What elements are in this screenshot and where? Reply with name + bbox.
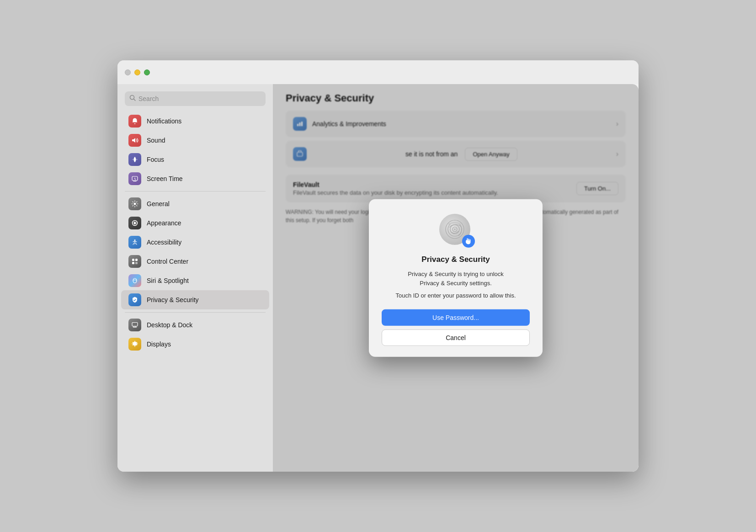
sidebar-item-label: Control Center bbox=[147, 258, 188, 265]
svg-rect-11 bbox=[135, 262, 138, 264]
main-content: Search Notifications bbox=[117, 84, 639, 472]
svg-point-7 bbox=[134, 239, 136, 241]
svg-rect-10 bbox=[132, 262, 134, 264]
sidebar-item-label: Screen Time bbox=[147, 175, 183, 182]
svg-line-1 bbox=[134, 99, 136, 101]
sidebar-item-desktop[interactable]: Desktop & Dock bbox=[121, 315, 269, 335]
sound-icon bbox=[128, 134, 141, 147]
svg-rect-8 bbox=[132, 259, 134, 261]
controlcenter-icon bbox=[128, 255, 141, 268]
sidebar: Search Notifications bbox=[117, 84, 273, 472]
general-icon bbox=[128, 197, 141, 210]
svg-rect-14 bbox=[133, 327, 137, 328]
sidebar-item-label: Siri & Spotlight bbox=[147, 277, 189, 284]
use-password-button[interactable]: Use Password... bbox=[382, 309, 530, 325]
svg-point-23 bbox=[454, 229, 456, 230]
screentime-icon bbox=[128, 172, 141, 185]
displays-icon bbox=[128, 338, 141, 351]
sidebar-item-label: Displays bbox=[147, 340, 171, 348]
sidebar-item-label: Notifications bbox=[147, 117, 181, 125]
sidebar-divider-1 bbox=[125, 191, 266, 192]
close-button[interactable] bbox=[125, 69, 131, 75]
sidebar-divider-2 bbox=[125, 312, 266, 313]
cancel-button[interactable]: Cancel bbox=[382, 329, 530, 346]
sidebar-item-sound[interactable]: Sound bbox=[121, 131, 269, 150]
appearance-icon bbox=[128, 217, 141, 229]
main-window: Search Notifications bbox=[117, 60, 639, 472]
dialog-body-2: Touch ID or enter your password to allow… bbox=[395, 291, 516, 300]
notifications-icon bbox=[128, 115, 141, 128]
dialog-title: Privacy & Security bbox=[421, 255, 490, 264]
dialog-icon-wrap bbox=[439, 214, 472, 247]
sidebar-item-general[interactable]: General bbox=[121, 194, 269, 213]
svg-point-6 bbox=[134, 222, 136, 224]
sidebar-item-label: Focus bbox=[147, 156, 164, 163]
search-container: Search bbox=[117, 90, 273, 112]
sidebar-item-label: Sound bbox=[147, 137, 165, 144]
right-panel: Privacy & Security Analytics & Improve bbox=[273, 84, 639, 472]
accessibility-icon bbox=[128, 236, 141, 249]
svg-point-4 bbox=[134, 203, 136, 205]
traffic-lights bbox=[125, 69, 150, 75]
sidebar-item-accessibility[interactable]: Accessibility bbox=[121, 233, 269, 252]
titlebar bbox=[117, 60, 639, 84]
sidebar-item-label: Privacy & Security bbox=[147, 296, 199, 303]
dialog-body-1: Privacy & Security is trying to unlock P… bbox=[408, 270, 504, 287]
search-placeholder: Search bbox=[138, 95, 159, 102]
siri-icon bbox=[128, 274, 141, 287]
sidebar-item-focus[interactable]: Focus bbox=[121, 150, 269, 169]
auth-dialog: Privacy & Security Privacy & Security is… bbox=[369, 199, 543, 357]
sidebar-items: Notifications Sound bbox=[117, 112, 273, 354]
sidebar-item-appearance[interactable]: Appearance bbox=[121, 213, 269, 233]
search-box[interactable]: Search bbox=[125, 91, 266, 106]
sidebar-item-controlcenter[interactable]: Control Center bbox=[121, 252, 269, 271]
sidebar-item-label: General bbox=[147, 200, 170, 207]
sidebar-item-label: Appearance bbox=[147, 219, 181, 227]
minimize-button[interactable] bbox=[134, 69, 140, 75]
search-icon bbox=[129, 95, 136, 103]
sidebar-item-displays[interactable]: Displays bbox=[121, 335, 269, 354]
svg-rect-9 bbox=[135, 259, 138, 261]
svg-point-12 bbox=[133, 278, 137, 283]
privacy-icon bbox=[128, 293, 141, 306]
sidebar-item-siri[interactable]: Siri & Spotlight bbox=[121, 271, 269, 290]
hand-badge bbox=[462, 235, 475, 248]
focus-icon bbox=[128, 153, 141, 166]
svg-rect-13 bbox=[132, 323, 138, 326]
sidebar-item-label: Accessibility bbox=[147, 239, 181, 246]
desktop-icon bbox=[128, 319, 141, 331]
sidebar-item-notifications[interactable]: Notifications bbox=[121, 112, 269, 131]
sidebar-item-privacy[interactable]: Privacy & Security bbox=[121, 290, 269, 309]
maximize-button[interactable] bbox=[144, 69, 150, 75]
svg-marker-2 bbox=[132, 138, 135, 143]
sidebar-item-label: Desktop & Dock bbox=[147, 321, 192, 329]
sidebar-item-screentime[interactable]: Screen Time bbox=[121, 169, 269, 188]
